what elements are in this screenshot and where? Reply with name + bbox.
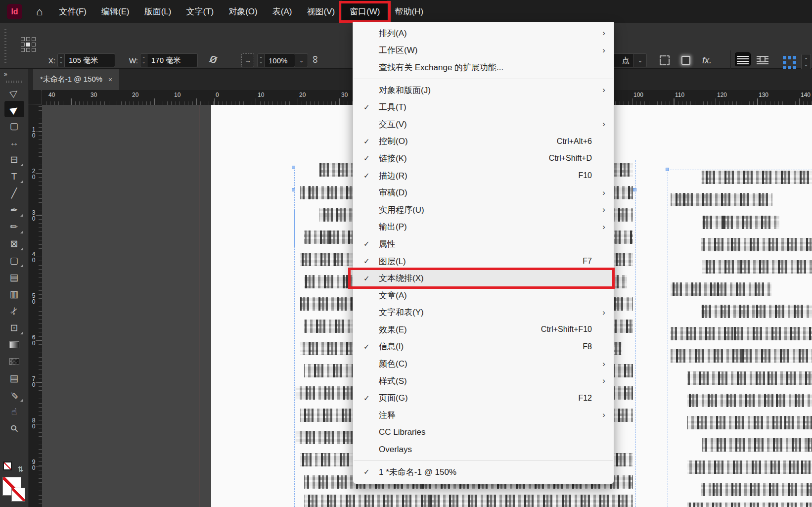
ruler-corner[interactable]	[29, 90, 42, 105]
menu-item-文本绕排(X)[interactable]: ✓文本绕排(X)	[353, 270, 614, 287]
menu-item-文章(A)[interactable]: 文章(A)	[353, 287, 614, 304]
hand-tool[interactable]: ☝	[4, 404, 24, 420]
direct-selection-tool[interactable]: ▶	[4, 101, 24, 117]
vertical-ruler[interactable]: 102030405060708090	[29, 90, 42, 507]
horizontal-grid-tool[interactable]: ▤	[4, 269, 24, 285]
constrain-broken-chain-icon[interactable]: ø	[208, 50, 220, 67]
menubar-item-视图(V)[interactable]: 视图(V)	[299, 0, 342, 23]
pen-tool[interactable]: ✒	[4, 202, 24, 218]
fx-icon[interactable]: fx.	[702, 55, 712, 66]
menubar-item-版面(L)[interactable]: 版面(L)	[137, 0, 179, 23]
mini-fill-swatch[interactable]	[4, 462, 11, 469]
scissors-tool[interactable]: ✂	[4, 303, 24, 319]
text-frame-right-edge	[635, 160, 636, 507]
wrap-bounding-box-icon[interactable]	[755, 53, 770, 66]
h-ruler-label: 100	[633, 92, 643, 98]
document-tab[interactable]: *未命名-1 @ 150% ×	[33, 69, 119, 90]
stroke-weight-dropdown[interactable]: ⌄	[634, 53, 647, 67]
submenu-arrow-icon: ›	[602, 359, 605, 369]
content-collector-tool[interactable]: ⊟	[4, 151, 24, 168]
menu-item-1 *未命名-1 @ 150%[interactable]: ✓1 *未命名-1 @ 150%	[353, 463, 614, 481]
free-transform-tool[interactable]: ⊡	[4, 320, 24, 336]
selection-tool[interactable]: ▷	[4, 84, 24, 100]
menu-item-查找有关 Exchange 的扩展功能...[interactable]: 查找有关 Exchange 的扩展功能...	[353, 59, 614, 76]
menu-item-属性[interactable]: ✓属性	[353, 235, 614, 253]
scale-x-dropdown[interactable]: ⌄	[295, 53, 308, 67]
flyout-indicator	[20, 332, 23, 334]
menu-item-label: 链接(K)	[379, 153, 407, 164]
menubar-item-对象(O)[interactable]: 对象(O)	[221, 0, 265, 23]
gap-tool[interactable]: ↔	[4, 135, 24, 151]
home-icon[interactable]: ⌂	[36, 5, 43, 18]
menubar-item-编辑(E)[interactable]: 编辑(E)	[94, 0, 137, 23]
menu-item-工具(T)[interactable]: ✓工具(T)	[353, 98, 614, 116]
v-ruler-label: 40	[31, 251, 37, 263]
menubar-item-表(A)[interactable]: 表(A)	[265, 0, 300, 23]
menubar-item-帮助(H)[interactable]: 帮助(H)	[387, 0, 431, 23]
frame-fitting-proxy-icon[interactable]	[783, 56, 796, 69]
menubar-item-文字(T)[interactable]: 文字(T)	[179, 0, 221, 23]
menu-item-对象和版面(J)[interactable]: 对象和版面(J)›	[353, 82, 614, 99]
pencil-tool[interactable]: ✏	[4, 219, 24, 235]
type-tool[interactable]: T	[4, 168, 24, 184]
menu-item-描边(R)[interactable]: ✓描边(R)F10	[353, 167, 614, 184]
line-tool[interactable]: ╱	[4, 185, 24, 201]
menu-item-控制(O)[interactable]: ✓控制(O)Ctrl+Alt+6	[353, 133, 614, 150]
menu-item-实用程序(U)[interactable]: 实用程序(U)›	[353, 201, 614, 219]
page-tool[interactable]: ▢	[4, 118, 24, 134]
frame-tool[interactable]: ⊠	[4, 235, 24, 252]
menu-item-链接(K)[interactable]: ✓链接(K)Ctrl+Shift+D	[353, 150, 614, 167]
flyout-indicator	[20, 214, 23, 217]
menu-item-文字和表(Y)[interactable]: 文字和表(Y)›	[353, 304, 614, 322]
scale-x-field[interactable]: 100%	[265, 53, 295, 67]
x-stepper[interactable]: ⌃⌄	[57, 53, 65, 67]
close-icon[interactable]: ×	[108, 76, 112, 84]
menu-item-排列(A)[interactable]: 排列(A)›	[353, 25, 614, 42]
menu-item-样式(S)[interactable]: 样式(S)›	[353, 372, 614, 390]
menu-item-信息(I)[interactable]: ✓信息(I)F8	[353, 338, 614, 356]
x-field[interactable]: 105 毫米	[65, 53, 115, 67]
effects-box-icon[interactable]	[681, 56, 690, 65]
gradient-feather-tool[interactable]	[4, 353, 24, 369]
vertical-grid-tool[interactable]: ▥	[4, 286, 24, 302]
panel-expander[interactable]: »	[0, 69, 28, 78]
reference-point-proxy[interactable]	[21, 37, 36, 52]
v-ruler-label: 50	[31, 293, 37, 305]
scale-link-chain-icon[interactable]: ∞	[309, 55, 322, 63]
zoom-tool[interactable]: ⚲	[4, 420, 24, 437]
corner-options-icon[interactable]	[660, 55, 670, 65]
menu-item-效果(E)[interactable]: 效果(E)Ctrl+Shift+F10	[353, 321, 614, 338]
menu-item-label: 工作区(W)	[379, 45, 417, 56]
w-field[interactable]: 170 毫米	[147, 53, 198, 67]
gradient-swatch-tool[interactable]	[4, 336, 24, 353]
menubar-item-窗口(W)[interactable]: 窗口(W)	[342, 0, 387, 23]
menu-item-CC Libraries[interactable]: CC Libraries	[353, 424, 614, 441]
menu-item-图层(L)[interactable]: ✓图层(L)F7	[353, 253, 614, 270]
frame-handle[interactable]	[666, 168, 669, 171]
menu-item-交互(V)[interactable]: 交互(V)›	[353, 116, 614, 133]
note-tool[interactable]: ▤	[4, 370, 24, 386]
indesign-logo-icon[interactable]: Id	[7, 4, 22, 19]
submenu-arrow-icon: ›	[602, 205, 605, 215]
menu-item-Overlays[interactable]: Overlays	[353, 441, 614, 458]
scale-x-stepper[interactable]: ⌃⌄	[257, 53, 265, 67]
no-text-wrap-icon[interactable]	[735, 53, 750, 66]
menu-item-输出(P)[interactable]: 输出(P)›	[353, 219, 614, 236]
swap-fill-stroke-icon[interactable]: ⇄	[16, 466, 25, 472]
h-ruler-label: 30	[90, 92, 97, 98]
menu-item-工作区(W)[interactable]: 工作区(W)›	[353, 42, 614, 59]
frame-handle[interactable]	[633, 188, 636, 191]
frame-handle[interactable]	[292, 166, 295, 169]
w-stepper[interactable]: ⌃⌄	[140, 53, 147, 67]
menubar-item-文件(F)[interactable]: 文件(F)	[51, 0, 94, 23]
menu-item-页面(G)[interactable]: ✓页面(G)F12	[353, 389, 614, 407]
menu-item-注释[interactable]: 注释›	[353, 407, 614, 424]
frame-handle[interactable]	[292, 188, 295, 191]
menu-item-颜色(C)[interactable]: 颜色(C)›	[353, 355, 614, 372]
line-tool-icon: ╱	[11, 187, 17, 199]
eyedropper-tool[interactable]: ✎	[4, 387, 24, 403]
value-spinner[interactable]: ⌃⌄	[801, 54, 811, 71]
rectangle-tool[interactable]: ▢	[4, 252, 24, 269]
menu-item-审稿(D)[interactable]: 审稿(D)›	[353, 184, 614, 201]
stroke-swatch-none[interactable]	[12, 488, 25, 501]
